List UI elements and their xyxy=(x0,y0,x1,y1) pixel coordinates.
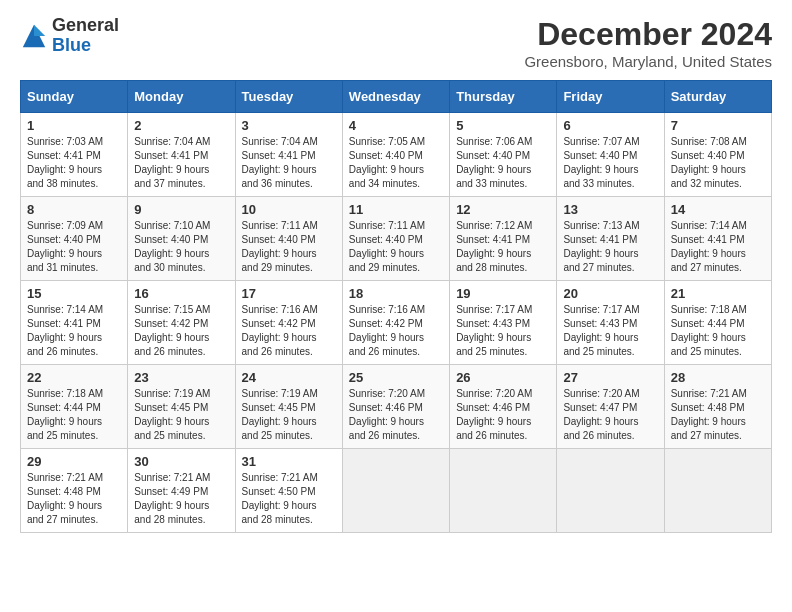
day-number: 4 xyxy=(349,118,443,133)
day-info: Sunrise: 7:17 AMSunset: 4:43 PMDaylight:… xyxy=(456,303,550,359)
logo: General Blue xyxy=(20,16,119,56)
calendar-subtitle: Greensboro, Maryland, United States xyxy=(524,53,772,70)
day-number: 28 xyxy=(671,370,765,385)
day-number: 16 xyxy=(134,286,228,301)
col-header-thursday: Thursday xyxy=(450,81,557,113)
day-number: 12 xyxy=(456,202,550,217)
calendar-cell: 16Sunrise: 7:15 AMSunset: 4:42 PMDayligh… xyxy=(128,281,235,365)
day-info: Sunrise: 7:21 AMSunset: 4:49 PMDaylight:… xyxy=(134,471,228,527)
calendar-cell: 5Sunrise: 7:06 AMSunset: 4:40 PMDaylight… xyxy=(450,113,557,197)
page-header: General Blue December 2024 Greensboro, M… xyxy=(20,16,772,70)
day-info: Sunrise: 7:03 AMSunset: 4:41 PMDaylight:… xyxy=(27,135,121,191)
calendar-cell: 31Sunrise: 7:21 AMSunset: 4:50 PMDayligh… xyxy=(235,449,342,533)
day-number: 9 xyxy=(134,202,228,217)
calendar-cell: 29Sunrise: 7:21 AMSunset: 4:48 PMDayligh… xyxy=(21,449,128,533)
calendar-cell: 15Sunrise: 7:14 AMSunset: 4:41 PMDayligh… xyxy=(21,281,128,365)
calendar-cell: 17Sunrise: 7:16 AMSunset: 4:42 PMDayligh… xyxy=(235,281,342,365)
calendar-cell: 1Sunrise: 7:03 AMSunset: 4:41 PMDaylight… xyxy=(21,113,128,197)
title-area: December 2024 Greensboro, Maryland, Unit… xyxy=(524,16,772,70)
day-number: 23 xyxy=(134,370,228,385)
col-header-tuesday: Tuesday xyxy=(235,81,342,113)
calendar-cell: 11Sunrise: 7:11 AMSunset: 4:40 PMDayligh… xyxy=(342,197,449,281)
day-info: Sunrise: 7:04 AMSunset: 4:41 PMDaylight:… xyxy=(134,135,228,191)
day-number: 7 xyxy=(671,118,765,133)
logo-general: General xyxy=(52,16,119,36)
svg-marker-1 xyxy=(34,25,45,36)
day-info: Sunrise: 7:19 AMSunset: 4:45 PMDaylight:… xyxy=(242,387,336,443)
calendar-cell: 23Sunrise: 7:19 AMSunset: 4:45 PMDayligh… xyxy=(128,365,235,449)
day-info: Sunrise: 7:04 AMSunset: 4:41 PMDaylight:… xyxy=(242,135,336,191)
day-info: Sunrise: 7:20 AMSunset: 4:47 PMDaylight:… xyxy=(563,387,657,443)
calendar-week-5: 29Sunrise: 7:21 AMSunset: 4:48 PMDayligh… xyxy=(21,449,772,533)
day-number: 2 xyxy=(134,118,228,133)
calendar-cell: 2Sunrise: 7:04 AMSunset: 4:41 PMDaylight… xyxy=(128,113,235,197)
calendar-cell: 3Sunrise: 7:04 AMSunset: 4:41 PMDaylight… xyxy=(235,113,342,197)
day-info: Sunrise: 7:18 AMSunset: 4:44 PMDaylight:… xyxy=(671,303,765,359)
calendar-cell: 9Sunrise: 7:10 AMSunset: 4:40 PMDaylight… xyxy=(128,197,235,281)
day-number: 30 xyxy=(134,454,228,469)
day-info: Sunrise: 7:05 AMSunset: 4:40 PMDaylight:… xyxy=(349,135,443,191)
calendar-week-1: 1Sunrise: 7:03 AMSunset: 4:41 PMDaylight… xyxy=(21,113,772,197)
day-number: 6 xyxy=(563,118,657,133)
calendar-week-4: 22Sunrise: 7:18 AMSunset: 4:44 PMDayligh… xyxy=(21,365,772,449)
calendar-cell: 21Sunrise: 7:18 AMSunset: 4:44 PMDayligh… xyxy=(664,281,771,365)
day-number: 8 xyxy=(27,202,121,217)
calendar-title: December 2024 xyxy=(524,16,772,53)
calendar-cell: 14Sunrise: 7:14 AMSunset: 4:41 PMDayligh… xyxy=(664,197,771,281)
calendar-table: SundayMondayTuesdayWednesdayThursdayFrid… xyxy=(20,80,772,533)
day-info: Sunrise: 7:21 AMSunset: 4:48 PMDaylight:… xyxy=(27,471,121,527)
day-info: Sunrise: 7:14 AMSunset: 4:41 PMDaylight:… xyxy=(27,303,121,359)
calendar-cell: 19Sunrise: 7:17 AMSunset: 4:43 PMDayligh… xyxy=(450,281,557,365)
calendar-cell: 27Sunrise: 7:20 AMSunset: 4:47 PMDayligh… xyxy=(557,365,664,449)
day-info: Sunrise: 7:13 AMSunset: 4:41 PMDaylight:… xyxy=(563,219,657,275)
calendar-cell: 7Sunrise: 7:08 AMSunset: 4:40 PMDaylight… xyxy=(664,113,771,197)
day-info: Sunrise: 7:16 AMSunset: 4:42 PMDaylight:… xyxy=(349,303,443,359)
calendar-cell xyxy=(664,449,771,533)
day-info: Sunrise: 7:12 AMSunset: 4:41 PMDaylight:… xyxy=(456,219,550,275)
day-number: 31 xyxy=(242,454,336,469)
day-info: Sunrise: 7:20 AMSunset: 4:46 PMDaylight:… xyxy=(456,387,550,443)
calendar-cell: 28Sunrise: 7:21 AMSunset: 4:48 PMDayligh… xyxy=(664,365,771,449)
calendar-cell: 10Sunrise: 7:11 AMSunset: 4:40 PMDayligh… xyxy=(235,197,342,281)
day-info: Sunrise: 7:11 AMSunset: 4:40 PMDaylight:… xyxy=(242,219,336,275)
col-header-sunday: Sunday xyxy=(21,81,128,113)
col-header-wednesday: Wednesday xyxy=(342,81,449,113)
day-info: Sunrise: 7:19 AMSunset: 4:45 PMDaylight:… xyxy=(134,387,228,443)
day-number: 19 xyxy=(456,286,550,301)
calendar-cell: 18Sunrise: 7:16 AMSunset: 4:42 PMDayligh… xyxy=(342,281,449,365)
day-info: Sunrise: 7:20 AMSunset: 4:46 PMDaylight:… xyxy=(349,387,443,443)
day-number: 5 xyxy=(456,118,550,133)
day-number: 24 xyxy=(242,370,336,385)
day-number: 21 xyxy=(671,286,765,301)
logo-blue: Blue xyxy=(52,36,119,56)
days-header-row: SundayMondayTuesdayWednesdayThursdayFrid… xyxy=(21,81,772,113)
day-number: 22 xyxy=(27,370,121,385)
day-info: Sunrise: 7:21 AMSunset: 4:48 PMDaylight:… xyxy=(671,387,765,443)
day-info: Sunrise: 7:07 AMSunset: 4:40 PMDaylight:… xyxy=(563,135,657,191)
calendar-cell: 12Sunrise: 7:12 AMSunset: 4:41 PMDayligh… xyxy=(450,197,557,281)
day-number: 3 xyxy=(242,118,336,133)
day-info: Sunrise: 7:11 AMSunset: 4:40 PMDaylight:… xyxy=(349,219,443,275)
day-info: Sunrise: 7:18 AMSunset: 4:44 PMDaylight:… xyxy=(27,387,121,443)
calendar-cell: 22Sunrise: 7:18 AMSunset: 4:44 PMDayligh… xyxy=(21,365,128,449)
day-number: 29 xyxy=(27,454,121,469)
day-number: 10 xyxy=(242,202,336,217)
calendar-cell: 13Sunrise: 7:13 AMSunset: 4:41 PMDayligh… xyxy=(557,197,664,281)
calendar-cell: 8Sunrise: 7:09 AMSunset: 4:40 PMDaylight… xyxy=(21,197,128,281)
day-number: 15 xyxy=(27,286,121,301)
day-info: Sunrise: 7:14 AMSunset: 4:41 PMDaylight:… xyxy=(671,219,765,275)
day-info: Sunrise: 7:15 AMSunset: 4:42 PMDaylight:… xyxy=(134,303,228,359)
day-number: 1 xyxy=(27,118,121,133)
calendar-cell xyxy=(557,449,664,533)
day-number: 14 xyxy=(671,202,765,217)
calendar-cell: 30Sunrise: 7:21 AMSunset: 4:49 PMDayligh… xyxy=(128,449,235,533)
day-number: 20 xyxy=(563,286,657,301)
day-info: Sunrise: 7:06 AMSunset: 4:40 PMDaylight:… xyxy=(456,135,550,191)
calendar-week-3: 15Sunrise: 7:14 AMSunset: 4:41 PMDayligh… xyxy=(21,281,772,365)
calendar-cell: 25Sunrise: 7:20 AMSunset: 4:46 PMDayligh… xyxy=(342,365,449,449)
calendar-cell: 6Sunrise: 7:07 AMSunset: 4:40 PMDaylight… xyxy=(557,113,664,197)
day-info: Sunrise: 7:21 AMSunset: 4:50 PMDaylight:… xyxy=(242,471,336,527)
day-number: 17 xyxy=(242,286,336,301)
col-header-monday: Monday xyxy=(128,81,235,113)
day-number: 11 xyxy=(349,202,443,217)
